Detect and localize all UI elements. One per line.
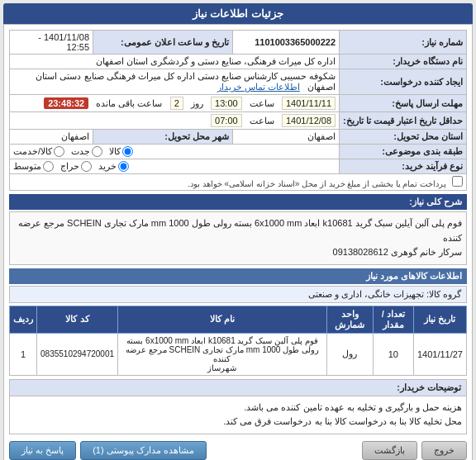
days-value: 2	[170, 97, 183, 110]
city-label: شهر محل تحویل:	[93, 130, 233, 145]
description-content: فوم پلی آلبن آیلین سبک گرید k10681 ابعاد…	[9, 211, 467, 265]
timer-value: 23:48:32	[44, 97, 88, 109]
purchase-option-حراج[interactable]: حراج	[60, 161, 92, 172]
description-text: فوم پلی آلبن آیلین سبک گرید k10681 ابعاد…	[18, 218, 462, 257]
origin-value: اصفهان	[232, 130, 339, 145]
view-docs-button[interactable]: مشاهده مدارک پیوستی (1)	[80, 441, 207, 460]
request-number-value: 1101003365000222	[232, 31, 339, 55]
back-button[interactable]: بازگشت	[362, 441, 417, 460]
max-date-row: 1401/12/08 ساعت 07:00	[10, 112, 340, 130]
payment-checkbox[interactable]	[452, 176, 463, 187]
cell-product-code: 0835510294720001	[37, 333, 118, 375]
creator-value: شکوفه حسیبی کارشناس صنایع دستی اداره کل …	[10, 69, 340, 95]
category-option-3[interactable]: کالا	[109, 146, 133, 157]
content-area: شماره نیاز: 1101003365000222 تاریخ و ساع…	[3, 24, 473, 460]
page-wrapper: جزئیات اطلاعات نیاز شماره نیاز: 11010033…	[0, 0, 476, 460]
send-time-label: ساعت	[250, 98, 274, 108]
category-option-2[interactable]: جدت	[71, 146, 102, 157]
col-quantity: تعداد / مقدار	[373, 306, 413, 333]
purchase-type-label: نوع فرآیند خرید:	[340, 159, 467, 174]
col-date: تاریخ نیاز	[413, 306, 466, 333]
origin-label: استان محل تحویل:	[340, 130, 467, 145]
header-title: جزئیات اطلاعات نیاز	[193, 7, 283, 20]
col-unit: واحد شمارش	[326, 306, 373, 333]
cell-product-name: فوم پلی آلبن سبک گرید k10681 ابعاد 6x100…	[118, 333, 327, 375]
description-section-title: شرح کلی نیاز:	[9, 194, 467, 210]
buyer-notes-section: توضیحات خریدار: هزینه حمل و بارگیری و تخ…	[9, 379, 467, 434]
page-header: جزئیات اطلاعات نیاز	[3, 3, 473, 24]
request-number-label: شماره نیاز:	[340, 31, 467, 55]
max-date-value: 1401/12/08	[282, 114, 336, 127]
products-section-title: اطلاعات کالاهای مورد نیاز	[9, 268, 467, 284]
datetime-value: 1401/11/08 - 12:55	[10, 31, 93, 55]
bottom-buttons: پاسخ به نیاز مشاهده مدارک پیوستی (1) باز…	[9, 438, 467, 460]
category-option-1[interactable]: کالا/خدمت	[13, 146, 64, 157]
send-date-value: 1401/11/11	[282, 97, 336, 110]
buyer-notes-title: توضیحات خریدار:	[10, 380, 466, 396]
max-date-label: حداقل تاریخ اعتبار قیمت تا تاریخ:	[340, 112, 467, 130]
send-time-value: 13:00	[211, 97, 242, 110]
purchase-type-row: متوسط حراج خرید	[10, 159, 340, 174]
buyer-notes-content: هزینه حمل و بارگیری و تخلیه به عهده تامی…	[10, 396, 466, 434]
requester-value: اداره کل میراث فرهنگی، صنایع دستی و گردش…	[10, 55, 340, 69]
cell-row-num: 1	[10, 333, 37, 375]
products-table: تاریخ نیاز تعداد / مقدار واحد شمارش نام …	[9, 306, 467, 376]
col-product-code: کد کالا	[37, 306, 118, 333]
info-table: شماره نیاز: 1101003365000222 تاریخ و ساع…	[9, 30, 467, 191]
purchase-option-متوسط[interactable]: متوسط	[13, 161, 54, 172]
cell-unit: رول	[326, 333, 373, 375]
timer-label: ساعت باقی مانده	[96, 98, 162, 108]
send-date-label: مهلت ارسال پاسخ:	[340, 95, 467, 112]
cell-date: 1401/11/27	[413, 333, 466, 375]
purchase-option-خرید[interactable]: خرید	[98, 161, 129, 172]
exit-button[interactable]: خروج	[421, 441, 467, 460]
creator-label: ایجاد کننده درخواست:	[340, 69, 467, 95]
datetime-label: تاریخ و ساعت اعلان عمومی:	[93, 31, 233, 55]
col-row-num: ردیف	[10, 306, 37, 333]
group-value: تجهیزات خانگی، اداری و صنعتی	[308, 289, 424, 299]
days-label: روز	[191, 98, 203, 108]
category-row: کالا/خدمت جدت کالا	[10, 145, 340, 159]
group-label: گروه کالا:	[426, 289, 461, 299]
col-product-name: نام کالا	[118, 306, 327, 333]
city-value: اصفهان	[10, 130, 93, 145]
payment-note: پرداخت تمام یا بخشی از مبلغ خرید از محل …	[10, 174, 467, 191]
requester-label: نام دستگاه خریدار:	[340, 55, 467, 69]
max-time-value: 07:00	[211, 114, 242, 127]
cell-quantity: 10	[373, 333, 413, 375]
max-time-label: ساعت	[250, 116, 274, 126]
category-label: طبقه بندی موضوعی:	[340, 145, 467, 159]
group-info: گروه کالا: تجهیزات خانگی، اداری و صنعتی	[9, 286, 467, 303]
reply-button[interactable]: پاسخ به نیاز	[9, 441, 76, 460]
send-date-row: 1401/11/11 ساعت 13:00 روز 2 ساعت باقی ما…	[10, 95, 340, 112]
contact-link[interactable]: اطلاعات تماس خریدار	[217, 82, 300, 92]
table-row: 1401/11/27 10 رول فوم پلی آلبن سبک گرید …	[10, 333, 467, 375]
